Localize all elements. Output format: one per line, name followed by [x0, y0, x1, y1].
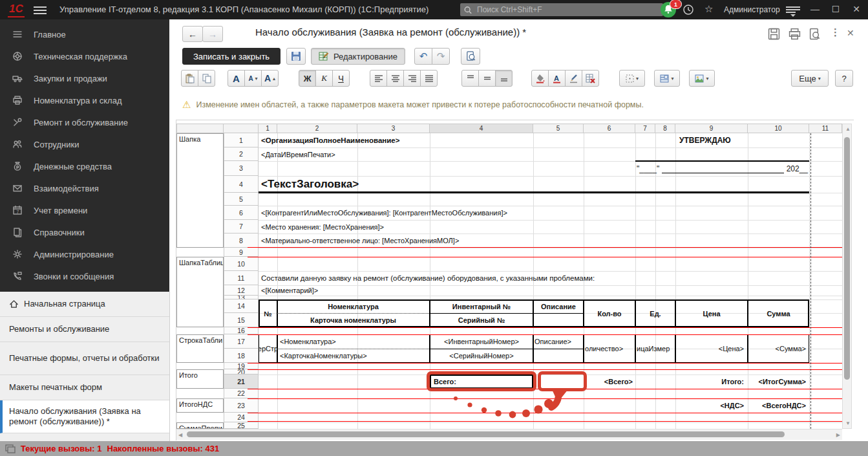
page-item-current-layout[interactable]: Начало обслуживания (Заявка на ремонт (о… [0, 400, 169, 433]
cell-price[interactable]: <Цена> [675, 334, 745, 363]
vertical-scrollbar[interactable]: ▲ ▼ [842, 124, 852, 429]
row-header-corner[interactable] [224, 124, 259, 133]
cell-unit[interactable]: ицаИзмер [635, 334, 675, 363]
cell-sum[interactable]: <Сумма> [748, 334, 807, 363]
cell-th-price[interactable]: Цена [675, 299, 748, 327]
cell-description[interactable]: Описание> [533, 334, 584, 349]
bold-button[interactable]: Ж [299, 70, 316, 87]
more-actions-button[interactable]: Еще▾ [791, 70, 829, 87]
area-label-table-header[interactable]: ШапкаТаблиц [176, 257, 224, 327]
picture-dropdown[interactable]: ▾ [689, 70, 715, 87]
edit-mode-toggle[interactable]: Редактирование [311, 48, 405, 65]
cell-itogo-sum[interactable]: <ИтогСумма> [748, 375, 807, 389]
sidebar-item-time[interactable]: 7 Учет времени [0, 199, 169, 221]
sidebar-item-money[interactable]: Денежные средства [0, 155, 169, 177]
horizontal-scrollbar[interactable]: ◀ ▶ [176, 429, 842, 440]
minimize-button[interactable]: — [808, 4, 822, 14]
column-header[interactable]: 6 [584, 124, 635, 133]
search-input[interactable] [476, 5, 659, 15]
history-icon[interactable] [683, 4, 694, 16]
print-icon[interactable] [789, 28, 801, 40]
cell-total-value[interactable]: <Всего> [584, 375, 634, 389]
cell-inventory[interactable]: <ИнвентарныйНомер> [430, 334, 533, 349]
row-header[interactable]: 9 [224, 248, 259, 257]
valign-middle-button[interactable] [478, 70, 496, 87]
cell-mol[interactable]: <Материально-ответственное лицо: [МестоХ… [260, 233, 712, 248]
close-tab-icon[interactable]: ✕ [847, 28, 854, 38]
help-button[interactable]: ? [835, 70, 853, 87]
border-pen-button[interactable] [565, 70, 582, 87]
row-header[interactable]: 6 [224, 206, 259, 220]
undo-button[interactable]: ↶ [414, 48, 432, 65]
row-header[interactable]: 18 [224, 349, 259, 363]
service-menu-icon[interactable] [786, 5, 800, 14]
column-header-selected[interactable]: 4 [430, 124, 533, 133]
font-size-decrease-button[interactable]: А▾ [244, 70, 262, 87]
column-header[interactable]: 1 [259, 124, 277, 133]
back-button[interactable]: ← [182, 26, 203, 42]
cell-row-number[interactable]: ерСтр [259, 334, 277, 363]
favorites-star-icon[interactable]: ☆ [704, 3, 713, 15]
sidebar-item-warehouse[interactable]: Номенклатура и склад [0, 89, 169, 111]
cell-request-text[interactable]: Составили данную заявку на ремонт (обслу… [260, 271, 790, 285]
row-header[interactable]: 1 [224, 133, 259, 147]
global-search[interactable] [460, 3, 663, 16]
row-header[interactable]: 19 [224, 363, 259, 369]
row-header[interactable]: 20 [224, 369, 259, 375]
scroll-down-icon[interactable]: ▼ [845, 420, 851, 426]
cell-approve[interactable]: УТВЕРЖДАЮ [678, 133, 746, 147]
row-header[interactable]: 22 [224, 389, 259, 398]
print-preview-button[interactable] [461, 48, 480, 65]
align-center-button[interactable] [386, 70, 404, 87]
valign-top-button[interactable] [461, 70, 479, 87]
row-header[interactable]: 11 [224, 271, 259, 285]
page-item-layouts[interactable]: Макеты печатных форм [0, 375, 169, 400]
sidebar-item-interactions[interactable]: Взаимодействия [0, 177, 169, 199]
save-and-close-button[interactable]: Записать и закрыть [182, 48, 281, 65]
row-header[interactable]: 25 [224, 422, 259, 429]
sidebar-item-staff[interactable]: Сотрудники [0, 133, 169, 155]
user-name[interactable]: Администратор [724, 5, 780, 14]
cell-th-num[interactable]: № [259, 299, 277, 327]
horizontal-scroll-thumb[interactable] [187, 431, 785, 437]
row-header[interactable]: 3 [224, 161, 259, 176]
column-header[interactable]: 5 [533, 124, 584, 133]
borders-dropdown[interactable]: ▾ [619, 70, 645, 87]
cell-th-inventory[interactable]: Инвентарный № [430, 299, 533, 313]
sidebar-item-admin[interactable]: Администрирование [0, 243, 169, 265]
hamburger-menu-icon[interactable] [34, 5, 47, 15]
maximize-button[interactable]: ☐ [829, 4, 843, 14]
row-header[interactable]: 12 [224, 285, 259, 296]
cell-th-serial[interactable]: Серийный № [430, 313, 533, 327]
save-button[interactable] [286, 48, 306, 65]
cell-th-qty[interactable]: Кол-во [584, 299, 635, 327]
row-header[interactable]: 17 [224, 334, 259, 349]
row-header[interactable]: 14 [224, 299, 259, 313]
page-item-repairs[interactable]: Ремонты и обслуживание [0, 317, 169, 342]
sidebar-item-references[interactable]: Справочники [0, 221, 169, 243]
cell-th-card[interactable]: Карточка номенклатуры [277, 313, 429, 327]
area-label-table-row[interactable]: СтрокаТабли [176, 334, 224, 363]
fill-color-button[interactable] [531, 70, 549, 87]
corner-header[interactable] [176, 124, 224, 133]
column-header[interactable]: 2 [277, 124, 357, 133]
area-label-header[interactable]: Шапка [176, 133, 224, 248]
row-header[interactable]: 4 [224, 176, 259, 193]
cell-itogo-label[interactable]: Итого: [675, 375, 745, 389]
cell-serial[interactable]: <СерийныйНомер> [430, 349, 533, 363]
layout-spreadsheet[interactable]: 1 2 3 4 5 6 7 8 9 10 11 1 2 3 4 5 6 7 8 … [176, 120, 854, 440]
redo-button[interactable]: ↷ [432, 48, 450, 65]
cell-header-text[interactable]: <ТекстЗаголовка> [260, 176, 712, 193]
row-header[interactable]: 23 [224, 398, 259, 413]
clear-format-button[interactable] [582, 70, 599, 87]
italic-button[interactable]: К [315, 70, 333, 87]
column-header[interactable]: 3 [357, 124, 430, 133]
sidebar-item-purchases[interactable]: Закупки и продажи [0, 67, 169, 89]
save-icon[interactable] [768, 28, 780, 40]
align-right-button[interactable] [403, 70, 421, 87]
cell-nds-total[interactable]: <ВсегоНДС> [748, 398, 807, 413]
scroll-left-icon[interactable]: ◀ [178, 432, 182, 438]
cell-qty[interactable]: оличество> [584, 334, 635, 363]
row-header[interactable]: 16 [224, 327, 259, 334]
font-color-button[interactable]: А [548, 70, 566, 87]
